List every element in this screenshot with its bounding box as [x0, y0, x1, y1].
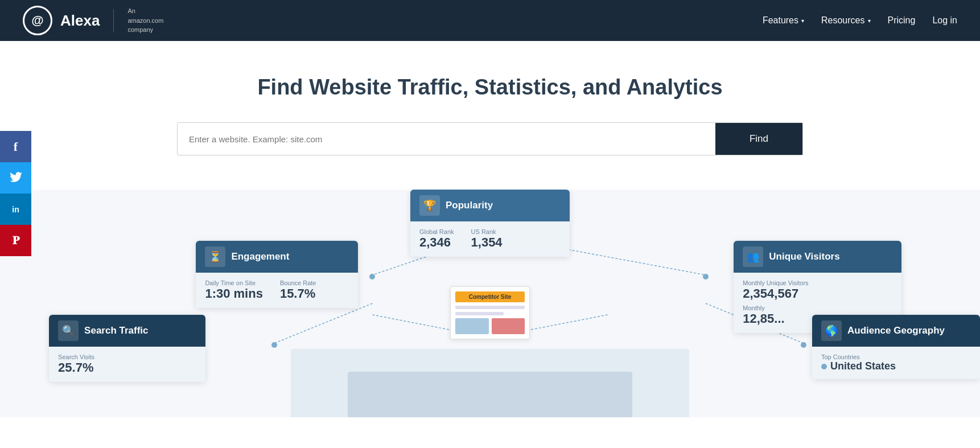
people-icon: 👥 [743, 246, 763, 267]
comp-block-red [492, 318, 525, 334]
country-dot [821, 364, 827, 369]
engagement-title: Engagement [231, 251, 289, 262]
search-traffic-card: 🔍 Search Traffic Search Visits 25.7% [49, 315, 205, 382]
trophy-icon: 🏆 [419, 195, 440, 216]
engagement-card: ⏳ Engagement Daily Time on Site 1:30 min… [196, 241, 358, 308]
pinterest-icon: 𝐏 [13, 234, 19, 247]
dot [271, 342, 277, 348]
visitors-title: Unique Visitors [769, 251, 839, 262]
audience-title: Audience Geography [847, 325, 945, 336]
popularity-stats-row: Global Rank 2,346 US Rank 1,354 [419, 228, 561, 250]
dot [801, 342, 806, 348]
logo: @ Alexa Anamazon.comcompany [23, 6, 163, 35]
hero-title: Find Website Traffic, Statistics, and An… [11, 75, 969, 100]
engagement-card-body: Daily Time on Site 1:30 mins Bounce Rate… [196, 273, 358, 308]
search-title: Search Traffic [84, 325, 148, 336]
comp-line-1 [455, 306, 525, 309]
top-countries-stat: Top Countries United States [821, 354, 971, 372]
search-input[interactable] [178, 123, 715, 155]
audience-card-body: Top Countries United States [812, 347, 980, 379]
social-sidebar: f in 𝐏 [0, 131, 31, 256]
popularity-title: Popularity [446, 200, 493, 211]
logo-divider [113, 9, 114, 32]
nav-links: Features ▾ Resources ▾ Pricing Log in [763, 15, 957, 26]
chevron-down-icon: ▾ [801, 18, 804, 24]
competitor-site-visual: Competitor Site [450, 286, 530, 339]
global-rank-stat: Global Rank 2,346 [419, 228, 454, 250]
hero-section: Find Website Traffic, Statistics, and An… [0, 41, 980, 190]
popularity-card-header: 🏆 Popularity [410, 190, 570, 221]
audience-card: 🌎 Audience Geography Top Countries Unite… [812, 315, 980, 379]
logo-icon: @ [23, 6, 52, 35]
visitors-card-header: 👥 Unique Visitors [734, 241, 901, 273]
twitter-icon [10, 171, 22, 186]
us-rank-stat: US Rank 1,354 [471, 228, 503, 250]
navbar: @ Alexa Anamazon.comcompany Features ▾ R… [0, 0, 980, 41]
dot [369, 274, 375, 280]
popularity-card-body: Global Rank 2,346 US Rank 1,354 [410, 221, 570, 257]
globe-icon: 🌎 [821, 320, 842, 341]
daily-time-stat: Daily Time on Site 1:30 mins [205, 280, 263, 301]
search-icon: 🔍 [58, 320, 79, 341]
nav-features[interactable]: Features ▾ [763, 15, 804, 26]
dot [703, 274, 709, 280]
infographic-section: 🏆 Popularity Global Rank 2,346 US Rank 1… [0, 190, 980, 417]
bounce-rate-stat: Bounce Rate 15.7% [280, 280, 316, 301]
hourglass-icon: ⏳ [205, 246, 225, 267]
brand-name: Alexa [60, 12, 100, 30]
nav-pricing[interactable]: Pricing [888, 15, 916, 26]
engagement-stats-row: Daily Time on Site 1:30 mins Bounce Rate… [205, 280, 349, 301]
svg-line-2 [274, 303, 372, 343]
monthly-unique-stat: Monthly Unique Visitors 2,354,567 [743, 280, 892, 301]
chevron-down-icon: ▾ [868, 18, 871, 24]
competitor-label: Competitor Site [455, 291, 525, 302]
comp-block-blue [455, 318, 489, 334]
audience-card-header: 🌎 Audience Geography [812, 315, 980, 347]
twitter-share-button[interactable] [0, 162, 31, 194]
facebook-share-button[interactable]: f [0, 131, 31, 162]
comp-line-2 [455, 312, 504, 315]
linkedin-icon: in [12, 205, 19, 214]
search-bar: Find [177, 122, 803, 155]
popularity-card: 🏆 Popularity Global Rank 2,346 US Rank 1… [410, 190, 570, 257]
amazon-tagline: Anamazon.comcompany [127, 6, 163, 35]
search-card-header: 🔍 Search Traffic [49, 315, 205, 347]
facebook-icon: f [14, 139, 18, 154]
nav-login[interactable]: Log in [932, 15, 957, 26]
engagement-card-header: ⏳ Engagement [196, 241, 358, 273]
nav-resources[interactable]: Resources ▾ [821, 15, 870, 26]
comp-blocks [455, 318, 525, 334]
search-button[interactable]: Find [715, 123, 802, 155]
pinterest-share-button[interactable]: 𝐏 [0, 225, 31, 256]
linkedin-share-button[interactable]: in [0, 194, 31, 225]
search-card-body: Search Visits 25.7% [49, 347, 205, 382]
search-visits-stat: Search Visits 25.7% [58, 354, 196, 375]
